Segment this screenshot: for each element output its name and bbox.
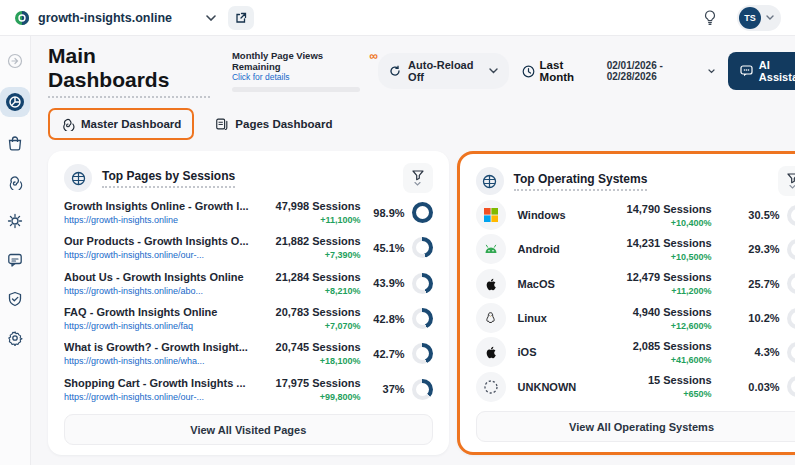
sessions-change: +10,500%	[624, 252, 712, 262]
donut-chart	[412, 273, 433, 294]
sessions-change: +18,100%	[249, 356, 361, 366]
sidebar	[0, 36, 31, 465]
site-favicon-icon	[14, 10, 30, 26]
date-range-selector[interactable]: 02/01/2026 - 02/28/2026	[607, 60, 715, 82]
os-list-item[interactable]: iOS 2,085 Sessions +41,600% 4.3%	[476, 337, 795, 367]
filter-button[interactable]	[778, 166, 795, 196]
donut-chart	[412, 202, 433, 223]
page-list-item[interactable]: Shopping Cart - Growth Insights ... http…	[64, 377, 433, 402]
clock-icon	[522, 65, 535, 78]
unknown-icon	[476, 372, 506, 402]
page-title-text: Our Products - Growth Insights O...	[64, 235, 249, 247]
os-list-item[interactable]: Windows 14,790 Sessions +10,400% 30.5%	[476, 200, 795, 230]
sessions-change: +8,210%	[249, 286, 361, 296]
top-pages-card: Top Pages by Sessions Growth Insights On…	[48, 151, 449, 455]
donut-chart	[787, 342, 795, 363]
chevron-down-icon	[206, 15, 216, 21]
tab-pages-dashboard[interactable]: Pages Dashboard	[204, 110, 343, 138]
page-list-item[interactable]: About Us - Growth Insights Online https:…	[64, 271, 433, 296]
donut-chart	[412, 379, 433, 400]
sidebar-item-gear-circle-icon[interactable]	[2, 208, 28, 234]
sidebar-item-dashboard[interactable]	[0, 87, 30, 117]
os-name: iOS	[518, 346, 537, 358]
dashboard-tabs: Master Dashboard Pages Dashboard	[48, 108, 795, 140]
sidebar-item-swirl-icon[interactable]	[2, 169, 28, 195]
card-title: Top Operating Systems	[514, 172, 648, 191]
page-list-item[interactable]: What is Growth? - Growth Insight... http…	[64, 341, 433, 366]
os-list-item[interactable]: MacOS 12,479 Sessions +11,200% 25.7%	[476, 269, 795, 299]
ai-assistant-label: AI Assistant	[759, 59, 795, 83]
sidebar-item-shield-icon[interactable]	[2, 286, 28, 312]
os-list-item[interactable]: Android 14,231 Sessions +10,500% 29.3%	[476, 234, 795, 264]
auto-reload-dropdown[interactable]: Auto-Reload Off	[378, 53, 508, 89]
percent-value: 43.9%	[373, 277, 404, 289]
page-url-link[interactable]: https://growth-insights.online/our-...	[64, 392, 249, 402]
tab-master-dashboard[interactable]: Master Dashboard	[48, 108, 194, 140]
site-name: growth-insights.online	[38, 11, 172, 25]
page-url-link[interactable]: https://growth-insights.online/faq	[64, 321, 249, 331]
page-url-link[interactable]: https://growth-insights.online/our-...	[64, 250, 249, 260]
os-name: UNKNOWN	[518, 381, 577, 393]
page-url-link[interactable]: https://growth-insights.online	[64, 215, 249, 225]
sidebar-item-chat-icon[interactable]	[2, 247, 28, 273]
percent-value: 42.8%	[373, 313, 404, 325]
page-url-link[interactable]: https://growth-insights.online/wha...	[64, 356, 249, 366]
monthly-page-views: Monthly Page Views Remaining Click for d…	[232, 50, 378, 93]
sessions-value: 14,231 Sessions	[624, 237, 712, 249]
view-all-pages-button[interactable]: View All Visited Pages	[64, 414, 433, 445]
sessions-value: 14,790 Sessions	[624, 203, 712, 215]
filter-icon	[412, 170, 424, 181]
filter-button[interactable]	[403, 163, 433, 193]
chevron-down-icon	[766, 15, 774, 20]
site-selector[interactable]: growth-insights.online	[14, 10, 216, 26]
sessions-change: +650%	[624, 389, 712, 399]
donut-chart	[787, 376, 795, 397]
apple-icon	[476, 337, 506, 367]
avatar: TS	[739, 7, 761, 29]
external-link-icon	[235, 12, 247, 24]
collapse-sidebar-icon[interactable]	[2, 48, 28, 74]
pages-list: Growth Insights Online - Growth I... htt…	[64, 195, 433, 407]
open-external-button[interactable]	[228, 6, 254, 30]
click-for-details-link[interactable]: Click for details	[232, 72, 370, 82]
page-title: Main Dashboards	[48, 44, 210, 98]
auto-reload-label: Auto-Reload Off	[408, 59, 481, 83]
donut-chart	[787, 308, 795, 329]
page-list-item[interactable]: Our Products - Growth Insights O... http…	[64, 235, 433, 260]
os-name: Linux	[518, 312, 547, 324]
page-list-item[interactable]: FAQ - Growth Insights Online https://gro…	[64, 306, 433, 331]
sessions-change: +11,100%	[249, 215, 361, 225]
sidebar-item-bag-icon[interactable]	[2, 130, 28, 156]
percent-value: 37%	[383, 383, 405, 395]
view-all-os-button[interactable]: View All Operating Systems	[476, 411, 795, 442]
sessions-value: 4,940 Sessions	[624, 306, 712, 318]
page-list-item[interactable]: Growth Insights Online - Growth I... htt…	[64, 200, 433, 225]
ai-assistant-button[interactable]: AI Assistant	[728, 52, 795, 90]
os-name: Android	[518, 243, 560, 255]
tips-lightbulb-icon[interactable]	[697, 5, 723, 31]
percent-value: 0.03%	[748, 381, 779, 393]
sessions-value: 15 Sessions	[624, 374, 712, 386]
os-name: MacOS	[518, 278, 555, 290]
sessions-value: 17,975 Sessions	[249, 377, 361, 389]
apple-icon	[476, 269, 506, 299]
monthly-views-label: Monthly Page Views Remaining	[232, 50, 370, 73]
period-selector[interactable]: Last Month	[522, 59, 594, 83]
sessions-change: +11,200%	[624, 286, 712, 296]
monthly-views-progress-bar	[232, 87, 360, 92]
main-content: Main Dashboards Monthly Page Views Remai…	[31, 36, 795, 465]
infinity-icon: ∞	[370, 50, 379, 62]
donut-chart	[787, 205, 795, 226]
page-url-link[interactable]: https://growth-insights.online/abo...	[64, 286, 249, 296]
sessions-change: +7,070%	[249, 321, 361, 331]
page-title-text: FAQ - Growth Insights Online	[64, 306, 249, 318]
android-icon	[476, 234, 506, 264]
os-list-item[interactable]: Linux 4,940 Sessions +12,600% 10.2%	[476, 303, 795, 333]
chevron-down-icon	[708, 69, 715, 74]
percent-value: 45.1%	[373, 242, 404, 254]
sidebar-item-settings-icon[interactable]	[2, 325, 28, 351]
user-menu[interactable]: TS	[737, 5, 781, 31]
os-list-item[interactable]: UNKNOWN 15 Sessions +650% 0.03%	[476, 372, 795, 402]
top-os-card: Top Operating Systems Windows 14,790 Ses…	[457, 151, 795, 455]
date-range-value: 02/01/2026 - 02/28/2026	[607, 60, 705, 82]
